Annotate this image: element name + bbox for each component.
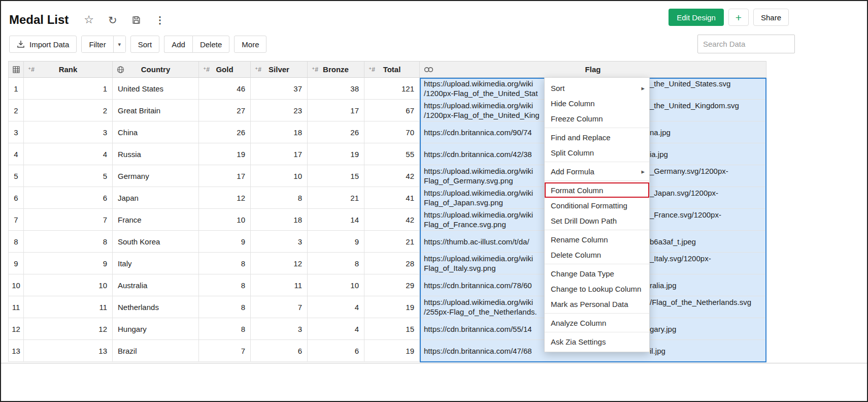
context-menu-item[interactable]: Split Column ▸ [545, 145, 649, 160]
cell-silver[interactable]: 3 [251, 318, 308, 340]
column-header-silver[interactable]: ⁺# Silver [251, 61, 308, 78]
cell-bronze[interactable]: 4 [308, 296, 364, 318]
cell-total[interactable]: 67 [364, 100, 420, 121]
cell-gold[interactable]: 12 [199, 187, 251, 209]
context-menu-item[interactable]: Conditional Formatting ▸ [545, 198, 649, 213]
save-icon[interactable] [131, 15, 141, 25]
context-menu-item[interactable]: Find and Replace ▸ [545, 130, 649, 145]
column-header-total[interactable]: ⁺# Total [364, 61, 420, 78]
cell-total[interactable]: 15 [364, 318, 420, 340]
row-index-cell[interactable]: 13 [8, 340, 24, 362]
cell-country[interactable]: Germany [113, 165, 199, 187]
row-index-cell[interactable]: 10 [8, 274, 24, 296]
cell-silver[interactable]: 12 [251, 253, 308, 274]
cell-rank[interactable]: 12 [24, 318, 113, 340]
cell-total[interactable]: 42 [364, 209, 420, 231]
cell-rank[interactable]: 3 [24, 121, 113, 143]
cell-total[interactable]: 41 [364, 187, 420, 209]
cell-silver[interactable]: 3 [251, 231, 308, 253]
cell-gold[interactable]: 8 [199, 253, 251, 274]
cell-total[interactable]: 55 [364, 143, 420, 165]
add-new-button[interactable]: + [728, 9, 749, 26]
cell-bronze[interactable]: 21 [308, 187, 364, 209]
cell-gold[interactable]: 27 [199, 100, 251, 121]
cell-country[interactable]: Great Britain [113, 100, 199, 121]
cell-rank[interactable]: 1 [24, 78, 113, 100]
cell-rank[interactable]: 11 [24, 296, 113, 318]
cell-total[interactable]: 28 [364, 253, 420, 274]
row-index-cell[interactable]: 12 [8, 318, 24, 340]
context-menu-item[interactable]: Delete Column ▸ [545, 247, 649, 262]
row-index-cell[interactable]: 7 [8, 209, 24, 231]
row-index-cell[interactable]: 9 [8, 253, 24, 274]
cell-silver[interactable]: 18 [251, 209, 308, 231]
cell-gold[interactable]: 17 [199, 165, 251, 187]
column-header-flag[interactable]: Flag [420, 61, 766, 78]
search-input[interactable] [697, 35, 795, 53]
cell-bronze[interactable]: 10 [308, 274, 364, 296]
kebab-menu-icon[interactable]: ⋮ [155, 15, 165, 25]
cell-gold[interactable]: 9 [199, 231, 251, 253]
cell-country[interactable]: Italy [113, 253, 199, 274]
cell-gold[interactable]: 8 [199, 318, 251, 340]
cell-bronze[interactable]: 17 [308, 100, 364, 121]
cell-gold[interactable]: 8 [199, 274, 251, 296]
cell-bronze[interactable]: 14 [308, 209, 364, 231]
cell-country[interactable]: Australia [113, 274, 199, 296]
column-header-index[interactable] [8, 61, 24, 78]
cell-rank[interactable]: 13 [24, 340, 113, 362]
context-menu-item[interactable]: Analyze Column ▸ [545, 315, 649, 330]
cell-rank[interactable]: 4 [24, 143, 113, 165]
filter-button[interactable]: Filter [82, 36, 113, 52]
import-data-button[interactable]: Import Data [9, 36, 77, 53]
cell-bronze[interactable]: 8 [308, 253, 364, 274]
cell-rank[interactable]: 7 [24, 209, 113, 231]
cell-bronze[interactable]: 26 [308, 121, 364, 143]
row-index-cell[interactable]: 3 [8, 121, 24, 143]
cell-gold[interactable]: 26 [199, 121, 251, 143]
context-menu-item[interactable]: Ask Zia Settings ▸ [545, 334, 649, 349]
cell-rank[interactable]: 8 [24, 231, 113, 253]
context-menu-item[interactable]: Set Drill Down Path ▸ [545, 213, 649, 228]
cell-silver[interactable]: 17 [251, 143, 308, 165]
cell-silver[interactable]: 6 [251, 340, 308, 362]
context-menu-item[interactable]: Mark as Personal Data ▸ [545, 296, 649, 312]
cell-silver[interactable]: 37 [251, 78, 308, 100]
add-button[interactable]: Add [164, 36, 192, 53]
cell-total[interactable]: 19 [364, 340, 420, 362]
cell-bronze[interactable]: 4 [308, 318, 364, 340]
context-menu-item[interactable]: Add Formula ▸ [545, 164, 649, 179]
cell-rank[interactable]: 2 [24, 100, 113, 121]
row-index-cell[interactable]: 6 [8, 187, 24, 209]
cell-country[interactable]: Russia [113, 143, 199, 165]
delete-button[interactable]: Delete [192, 36, 229, 53]
context-menu-item[interactable]: Change to Lookup Column ▸ [545, 281, 649, 296]
cell-silver[interactable]: 7 [251, 296, 308, 318]
filter-dropdown-caret[interactable]: ▾ [113, 36, 125, 52]
column-header-rank[interactable]: ⁺# Rank [24, 61, 113, 78]
cell-country[interactable]: Netherlands [113, 296, 199, 318]
context-menu-item[interactable]: Hide Column ▸ [545, 96, 649, 111]
select-all-grid-icon[interactable] [13, 66, 20, 73]
cell-gold[interactable]: 8 [199, 296, 251, 318]
context-menu-item[interactable]: Change Data Type ▸ [545, 266, 649, 281]
cell-total[interactable]: 19 [364, 296, 420, 318]
cell-gold[interactable]: 10 [199, 209, 251, 231]
share-button[interactable]: Share [753, 9, 789, 26]
favorite-star-icon[interactable]: ☆ [84, 14, 94, 25]
context-menu-item[interactable]: Freeze Column ▸ [545, 111, 649, 126]
column-header-country[interactable]: Country [113, 61, 199, 78]
column-header-bronze[interactable]: ⁺# Bronze [308, 61, 364, 78]
cell-bronze[interactable]: 38 [308, 78, 364, 100]
cell-bronze[interactable]: 19 [308, 143, 364, 165]
cell-country[interactable]: Brazil [113, 340, 199, 362]
refresh-icon[interactable]: ↻ [108, 15, 117, 25]
row-index-cell[interactable]: 4 [8, 143, 24, 165]
cell-silver[interactable]: 23 [251, 100, 308, 121]
context-menu-item[interactable]: Format Column ▸ [545, 182, 649, 198]
more-button[interactable]: More [234, 36, 266, 53]
context-menu-item[interactable]: Rename Column ▸ [545, 232, 649, 247]
cell-rank[interactable]: 6 [24, 187, 113, 209]
row-index-cell[interactable]: 1 [8, 78, 24, 100]
cell-bronze[interactable]: 9 [308, 231, 364, 253]
